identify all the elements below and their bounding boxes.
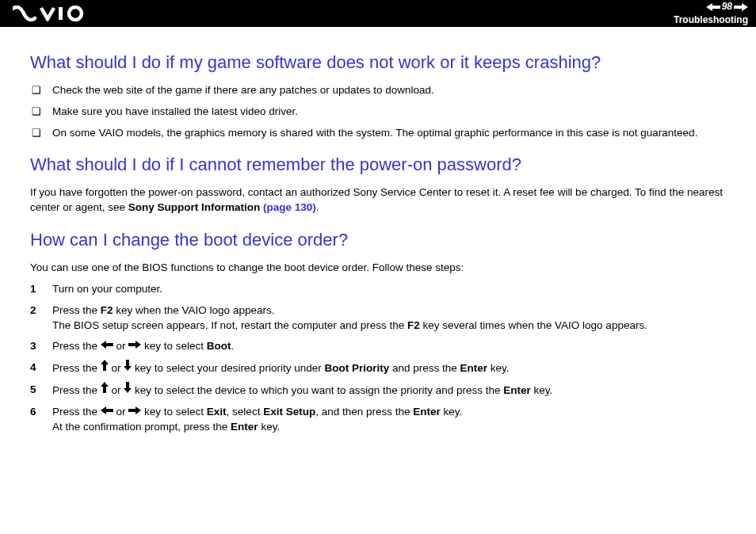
step-item: 6 Press the or key to select Exit, selec… bbox=[52, 405, 726, 435]
key-label: Enter bbox=[413, 406, 441, 418]
vaio-logo bbox=[13, 6, 86, 21]
key-label: Enter bbox=[460, 362, 488, 374]
down-arrow-icon bbox=[124, 382, 132, 398]
step-text: key. bbox=[258, 421, 281, 433]
step-number: 1 bbox=[30, 282, 36, 297]
step-text: Press the bbox=[52, 304, 101, 316]
question-2-title: What should I do if I cannot remember th… bbox=[30, 153, 726, 177]
step-text: key to select the device to which you wa… bbox=[132, 384, 503, 396]
svg-marker-2 bbox=[706, 3, 720, 11]
svg-marker-5 bbox=[128, 341, 141, 349]
question-1-title: What should I do if my game software doe… bbox=[30, 51, 726, 75]
step-text: Press the bbox=[52, 384, 101, 396]
key-label: F2 bbox=[101, 304, 113, 316]
target-label: Exit Setup bbox=[263, 406, 315, 418]
step-text: Turn on your computer. bbox=[52, 283, 162, 295]
step-text: Press the bbox=[52, 362, 101, 374]
step-text: key to select bbox=[141, 406, 207, 418]
svg-point-1 bbox=[69, 7, 82, 20]
right-arrow-icon bbox=[128, 338, 141, 353]
step-item: 1 Turn on your computer. bbox=[52, 282, 726, 297]
svg-rect-0 bbox=[59, 7, 63, 20]
page-number: 98 bbox=[722, 0, 732, 13]
step-number: 2 bbox=[30, 303, 36, 318]
step-text: , and then press the bbox=[315, 406, 413, 418]
page-link[interactable]: (page 130) bbox=[263, 201, 316, 213]
step-text: Press the bbox=[52, 406, 101, 418]
step-text: or bbox=[113, 406, 129, 418]
header-nav: 98 Troubleshooting bbox=[674, 0, 748, 27]
svg-marker-7 bbox=[124, 360, 132, 371]
step-text: or bbox=[109, 362, 124, 374]
up-arrow-icon bbox=[101, 360, 109, 376]
target-label: Boot bbox=[207, 340, 231, 352]
svg-marker-11 bbox=[128, 406, 141, 414]
key-label: F2 bbox=[407, 319, 420, 331]
key-label: Enter bbox=[231, 421, 258, 433]
header-bar: 98 Troubleshooting bbox=[0, 0, 756, 27]
step-number: 5 bbox=[30, 383, 36, 398]
step-text: key to select your desired priority unde… bbox=[132, 362, 324, 374]
step-text: At the confirmation prompt, press the bbox=[52, 421, 231, 433]
steps-list: 1 Turn on your computer. 2 Press the F2 … bbox=[30, 282, 726, 435]
svg-marker-8 bbox=[101, 382, 109, 393]
question-3-title: How can I change the boot device order? bbox=[30, 228, 726, 253]
step-text: key to select bbox=[141, 340, 207, 352]
next-page-arrow-icon[interactable] bbox=[734, 3, 748, 11]
key-label: Enter bbox=[503, 384, 531, 396]
step-text: key when the VAIO logo appears. bbox=[113, 304, 275, 316]
left-arrow-icon bbox=[101, 404, 113, 419]
step-text: and press the bbox=[389, 362, 460, 374]
target-label: Exit bbox=[207, 406, 227, 418]
down-arrow-icon bbox=[124, 360, 132, 376]
step-number: 3 bbox=[30, 339, 36, 354]
svg-marker-6 bbox=[101, 360, 109, 371]
step-text: Press the bbox=[52, 340, 101, 352]
right-arrow-icon bbox=[128, 404, 141, 419]
section-label: Troubleshooting bbox=[674, 13, 748, 27]
step-item: 2 Press the F2 key when the VAIO logo ap… bbox=[52, 303, 726, 334]
step-item: 4 Press the or key to select your desire… bbox=[52, 360, 726, 376]
question-3-intro: You can use one of the BIOS functions to… bbox=[30, 261, 726, 276]
step-item: 3 Press the or key to select Boot. bbox=[52, 339, 726, 354]
svg-marker-10 bbox=[101, 406, 113, 414]
target-label: Boot Priority bbox=[324, 362, 389, 374]
step-text: key. bbox=[531, 384, 553, 396]
up-arrow-icon bbox=[101, 382, 109, 398]
body-bold: Sony Support Information bbox=[128, 201, 263, 213]
step-text: key several times when the VAIO logo app… bbox=[420, 319, 647, 331]
step-text: . bbox=[231, 340, 235, 352]
step-text: or bbox=[113, 340, 129, 352]
page-content: What should I do if my game software doe… bbox=[0, 27, 756, 457]
prev-page-arrow-icon[interactable] bbox=[706, 3, 720, 11]
list-item: On some VAIO models, the graphics memory… bbox=[52, 126, 726, 141]
step-text: key. bbox=[487, 362, 510, 374]
step-text: , select bbox=[227, 406, 264, 418]
svg-marker-3 bbox=[734, 3, 748, 11]
left-arrow-icon bbox=[101, 338, 113, 353]
svg-marker-9 bbox=[124, 382, 132, 393]
list-item: Make sure you have installed the latest … bbox=[52, 105, 726, 120]
step-text: The BIOS setup screen appears. If not, r… bbox=[52, 319, 407, 331]
body-text: . bbox=[316, 201, 319, 213]
list-item: Check the web site of the game if there … bbox=[52, 83, 726, 98]
question-2-body: If you have forgotten the power-on passw… bbox=[30, 185, 726, 216]
step-item: 5 Press the or key to select the device … bbox=[52, 383, 726, 399]
question-1-list: Check the web site of the game if there … bbox=[30, 83, 726, 141]
step-number: 4 bbox=[30, 360, 36, 376]
step-number: 6 bbox=[30, 405, 36, 420]
step-text: key. bbox=[441, 406, 463, 418]
svg-marker-4 bbox=[101, 341, 113, 349]
step-text: or bbox=[109, 384, 124, 396]
